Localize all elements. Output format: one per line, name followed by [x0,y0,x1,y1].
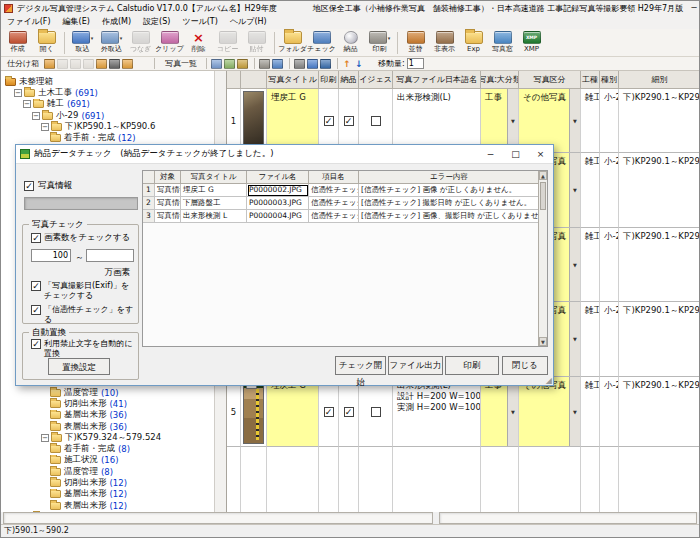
photo-info-checkbox[interactable]: ✓ [24,181,34,191]
collapse-icon[interactable]: − [41,434,49,442]
collapse-icon[interactable]: − [23,100,31,108]
dropdown-button[interactable]: ▼ [569,302,580,376]
cell-kubun[interactable]: その他写真▼ [519,377,581,447]
close-dialog-button[interactable]: 閉じる [502,356,548,375]
cell-title[interactable]: 埋戻工 G [267,377,319,447]
cell-category[interactable]: 工事▼ [481,377,519,447]
sorter-find-icon[interactable] [109,59,120,69]
sorter-box-up-icon[interactable] [96,59,107,69]
tree-item[interactable]: 基層出来形(36) [1,410,214,421]
list-sort-az-icon[interactable] [259,59,270,69]
dropdown-button[interactable]: ▼ [507,377,518,446]
list-edit-photo-icon[interactable] [224,59,235,69]
pixel-from-input[interactable] [31,249,71,262]
forbidden-char-checkbox[interactable]: ✓ [31,339,41,349]
toolbar-button-photo-window[interactable]: 写真窓 [488,30,517,54]
digest-checkbox[interactable] [371,116,381,126]
tree-item[interactable]: −雑工(691) [1,99,214,110]
dropdown-button[interactable]: ▼ [507,89,518,152]
dialog-maximize-button[interactable]: □ [503,145,528,164]
sorter-box-find-icon[interactable] [122,59,133,69]
toolbar-button-hide[interactable]: 非表示 [430,30,459,54]
menu-item-3[interactable]: 設定(S) [137,15,176,29]
toolbar-button-open[interactable]: 開く [32,30,61,54]
toolbar-button-import[interactable]: ▾取込 [68,30,97,54]
tree-item[interactable]: 着手前・完成(8) [1,443,214,454]
menu-item-0[interactable]: ファイル(F) [1,15,57,29]
toolbar-button-sort[interactable]: 並替 [401,30,430,54]
list-monitor-icon[interactable] [320,59,331,69]
list-grid-view-icon[interactable] [272,59,283,69]
dropdown-arrow-icon[interactable]: ▾ [120,35,123,41]
dropdown-arrow-icon[interactable]: ▾ [91,35,94,41]
list-move-up-icon[interactable]: ↑ [342,59,352,69]
tree-item[interactable]: 未整理箱 [1,76,214,87]
tree-item[interactable]: 切削出来形(12) [1,477,214,488]
dialog-close-button[interactable]: × [528,145,553,164]
list-horizontal-scrollbar[interactable] [439,512,697,524]
dropdown-arrow-icon[interactable]: ▾ [388,35,391,41]
toolbar-button-exp[interactable]: Exp [459,30,488,54]
list-numbering-icon[interactable] [307,59,318,69]
dropdown-button[interactable]: ▼ [569,228,580,301]
list-edit-photo-2-icon[interactable] [237,59,248,69]
menu-item-1[interactable]: 編集(E) [57,15,96,29]
error-table-scrollbar[interactable]: ▲ ▼ [538,171,547,346]
collapse-icon[interactable]: − [32,112,40,120]
tree-item[interactable]: 温度管理(10) [1,387,214,398]
error-row[interactable]: 3写真情報出来形検測 LP0000004.JPG信憑性チェック[信憑性チェック]… [143,210,547,223]
sorter-box-4-icon[interactable] [83,59,94,69]
list-bars-icon[interactable] [294,59,305,69]
collapse-icon[interactable]: − [14,89,22,97]
scroll-down-icon[interactable]: ▼ [539,337,547,346]
tree-item[interactable]: 切削出来形(41) [1,398,214,409]
dropdown-button[interactable]: ▼ [569,89,580,152]
minimize-button[interactable]: − [683,1,700,15]
delivery-checkbox[interactable]: ✓ [344,407,354,417]
toolbar-button-check[interactable]: チェック [307,30,336,54]
photo-thumbnail[interactable] [243,379,264,444]
replace-settings-button[interactable]: 置換設定 [48,358,110,375]
tree-item[interactable]: 基層出来形(12) [1,489,214,500]
dialog-minimize-button[interactable]: − [478,145,503,164]
dropdown-button[interactable]: ▼ [569,153,580,227]
error-row[interactable]: 2写真情報下層路盤工P0000003.JPG信憑性チェック[信憑性チェック] 撮… [143,197,547,210]
tree-item[interactable]: 着手前・完成(12) [1,132,214,143]
error-row[interactable]: 1写真情報埋戻工 GP0000002.JPG信憑性チェック[信憑性チェック] 画… [143,184,547,197]
sorter-box-3-icon[interactable] [70,59,81,69]
photo-row[interactable]: 5埋戻工 G✓✓出来形検測(L)設計 H=200 W=1000実測 H=200 … [227,377,699,447]
menu-item-4[interactable]: ツール(T) [176,15,224,29]
tree-item[interactable]: −土木工事(691) [1,87,214,98]
print-checkbox[interactable]: ✓ [324,407,334,417]
toolbar-button-copy[interactable]: コピー [213,30,242,54]
scrollbar-thumb[interactable] [540,182,546,210]
toolbar-button-folder[interactable]: フォルダ [278,30,307,54]
photo-row[interactable] [227,447,699,512]
move-amount-input[interactable] [407,58,424,69]
authenticity-check-checkbox[interactable]: ✓ [31,305,41,315]
scroll-up-icon[interactable]: ▲ [539,171,547,180]
toolbar-button-print[interactable]: ▾印刷 [365,30,394,54]
tree-item[interactable]: 施工状況(16) [1,455,214,466]
photo-thumbnail[interactable] [243,91,264,150]
list-move-down-icon[interactable]: ↓ [354,59,364,69]
check-start-button[interactable]: チェック開始 [335,356,386,375]
tree-horizontal-scrollbar[interactable] [3,512,433,524]
digest-checkbox[interactable] [371,407,381,417]
tree-item[interactable]: 表層出来形(12) [1,500,214,511]
toolbar-button-delete[interactable]: ×削除 [184,30,213,54]
toolbar-button-connect[interactable]: つなぎ [126,30,155,54]
toolbar-button-import-ext[interactable]: ▾外取込 [97,30,126,54]
dropdown-button[interactable]: ▼ [569,377,580,446]
sorter-box-2-icon[interactable] [57,59,68,69]
exif-check-checkbox[interactable]: ✓ [31,281,41,291]
pixel-check-checkbox[interactable]: ✓ [31,233,41,243]
pixel-to-input[interactable] [86,249,134,262]
tree-item[interactable]: −下)KP590.1～KP590.6 [1,121,214,132]
list-list-view-icon[interactable] [211,59,222,69]
tree-item[interactable]: 温度管理(8) [1,466,214,477]
menu-item-2[interactable]: 作成(M) [96,15,137,29]
sorter-new-box-icon[interactable] [44,59,55,69]
toolbar-button-delivery[interactable]: 納品 [336,30,365,54]
resize-grip[interactable]: ◢ [546,376,552,385]
